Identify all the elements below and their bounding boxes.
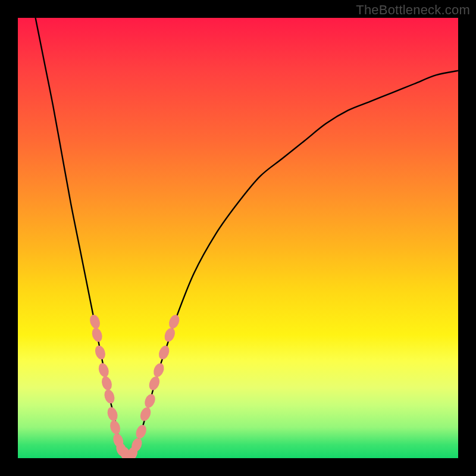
curve-markers <box>88 313 181 458</box>
curve-marker <box>167 313 181 330</box>
curve-marker <box>108 419 122 436</box>
curve-marker <box>134 423 148 440</box>
plot-area <box>18 18 458 458</box>
curve-marker <box>157 344 171 361</box>
curve-marker <box>106 406 120 422</box>
curve-marker <box>93 345 107 361</box>
curve-marker <box>162 327 177 343</box>
curve-marker <box>147 375 161 392</box>
curve-marker <box>90 327 104 343</box>
curve-layer <box>18 18 458 458</box>
curve-marker <box>100 375 114 392</box>
curve-marker <box>88 314 102 330</box>
curve-right <box>132 71 458 458</box>
chart-stage: TheBottleneck.com <box>0 0 476 476</box>
watermark-text: TheBottleneck.com <box>356 2 470 18</box>
curve-marker <box>97 362 111 378</box>
curve-marker <box>143 393 157 409</box>
curve-marker <box>139 406 153 422</box>
curve-marker <box>152 362 166 378</box>
curve-marker <box>103 389 117 405</box>
